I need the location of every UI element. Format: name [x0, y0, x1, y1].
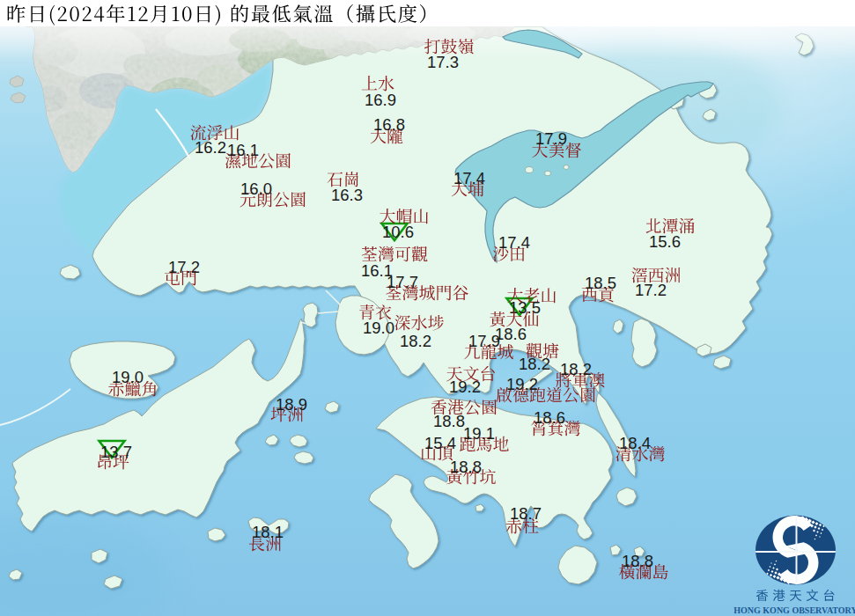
svg-text:16.8: 16.8 — [373, 115, 405, 134]
svg-text:17.2: 17.2 — [635, 281, 667, 299]
svg-text:19.2: 19.2 — [449, 378, 481, 396]
svg-text:16.0: 16.0 — [240, 180, 272, 198]
svg-text:17.9: 17.9 — [535, 129, 567, 148]
svg-text:19.2: 19.2 — [506, 375, 538, 393]
svg-text:10.6: 10.6 — [382, 223, 414, 241]
svg-text:18.5: 18.5 — [585, 274, 616, 292]
svg-text:18.8: 18.8 — [622, 552, 653, 570]
svg-text:17.4: 17.4 — [498, 233, 530, 252]
svg-text:19.1: 19.1 — [463, 424, 495, 443]
svg-text:17.2: 17.2 — [168, 258, 200, 276]
svg-text:18.1: 18.1 — [252, 523, 284, 541]
svg-text:13.7: 13.7 — [100, 443, 132, 461]
svg-text:16.2: 16.2 — [195, 138, 226, 157]
svg-text:15.6: 15.6 — [649, 232, 681, 251]
svg-text:18.8: 18.8 — [433, 412, 465, 430]
svg-text:17.4: 17.4 — [453, 169, 485, 187]
svg-text:19.0: 19.0 — [363, 319, 394, 337]
svg-text:18.2: 18.2 — [519, 355, 550, 373]
svg-text:18.6: 18.6 — [534, 408, 565, 427]
svg-text:17.9: 17.9 — [468, 332, 500, 350]
svg-text:17.3: 17.3 — [427, 53, 459, 71]
svg-text:18.8: 18.8 — [450, 458, 482, 476]
svg-text:18.9: 18.9 — [276, 395, 307, 414]
svg-text:18.4: 18.4 — [619, 434, 651, 452]
svg-text:HONG KONG OBSERVATORY: HONG KONG OBSERVATORY — [733, 605, 855, 615]
svg-text:19.0: 19.0 — [112, 368, 144, 386]
svg-text:18.7: 18.7 — [510, 504, 542, 523]
svg-text:18.2: 18.2 — [400, 332, 431, 350]
svg-text:16.1: 16.1 — [227, 141, 259, 159]
svg-text:18.2: 18.2 — [560, 360, 592, 378]
svg-text:16.3: 16.3 — [331, 186, 363, 204]
svg-text:17.7: 17.7 — [387, 273, 418, 291]
svg-text:16.9: 16.9 — [365, 91, 396, 109]
svg-text:15.4: 15.4 — [424, 434, 456, 452]
